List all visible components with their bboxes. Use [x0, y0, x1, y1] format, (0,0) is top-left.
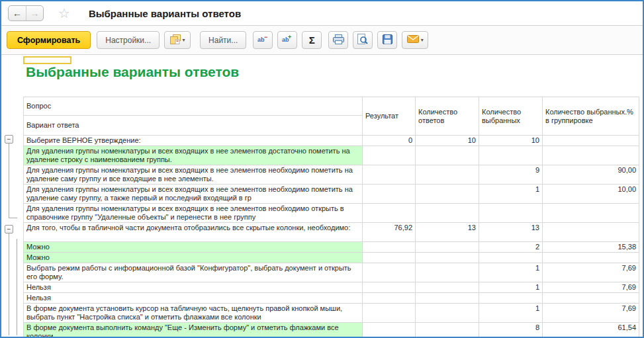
answer-text-cell[interactable]: Для удаления группы номенклатуры и всех … [24, 165, 363, 185]
group-selected-count-cell[interactable]: 13 [479, 223, 543, 242]
answer-pct-cell[interactable]: 7,69 [543, 304, 639, 323]
answer-text-cell[interactable]: В форме документа установить курсор на т… [24, 304, 363, 323]
settings-button[interactable]: Настройки... [97, 31, 160, 49]
answer-text-cell[interactable]: Нельзя [24, 282, 363, 293]
answer-pct-cell[interactable]: 90,00 [543, 165, 639, 185]
header-result[interactable]: Результат [363, 97, 416, 136]
answer-selected-count-cell[interactable]: 9 [479, 165, 543, 185]
answer-text-cell[interactable]: Нельзя [24, 293, 363, 304]
answer-result-cell[interactable] [363, 293, 416, 304]
answer-selected-count-cell[interactable] [479, 204, 543, 223]
answer-answers-count-cell[interactable] [416, 282, 479, 293]
back-button[interactable]: ← [9, 6, 26, 21]
answer-row: Выбрать режим работы с информационной ба… [24, 263, 639, 282]
answer-answers-count-cell[interactable] [416, 204, 479, 223]
answer-result-cell[interactable] [363, 204, 416, 223]
answer-result-cell[interactable] [363, 263, 416, 282]
answer-answers-count-cell[interactable] [416, 242, 479, 253]
answer-pct-cell[interactable]: 7,69 [543, 263, 639, 282]
answer-pct-cell[interactable]: 61,54 [543, 323, 639, 337]
report-variants-button[interactable]: ▾ [164, 31, 191, 49]
collapse-group-2-button[interactable]: − [5, 225, 13, 233]
answer-answers-count-cell[interactable] [416, 165, 479, 185]
answer-text-cell[interactable]: Для удаления группы номенклатуры и всех … [24, 146, 363, 165]
answer-selected-count-cell[interactable]: 1 [479, 304, 543, 323]
answer-answers-count-cell[interactable] [416, 253, 479, 263]
header-selected-count[interactable]: Количество выбранных [479, 97, 543, 136]
answer-selected-count-cell[interactable] [479, 293, 543, 304]
answer-selected-count-cell[interactable]: 2 [479, 242, 543, 253]
collapse-group-1-button[interactable]: − [5, 135, 13, 144]
chevron-down-icon: ▾ [183, 37, 185, 43]
answer-text-cell[interactable]: Для удаления группы номенклатуры и всех … [24, 204, 363, 223]
answer-selected-count-cell[interactable]: 8 [479, 323, 543, 337]
answer-selected-count-cell[interactable] [479, 253, 543, 263]
answer-selected-count-cell[interactable]: 1 [479, 263, 543, 282]
answer-text-cell[interactable]: Можно [24, 253, 363, 263]
send-email-button[interactable]: ▾ [402, 31, 428, 49]
group-result-cell[interactable]: 0 [363, 136, 416, 146]
print-button[interactable] [328, 31, 348, 49]
group-selected-count-cell[interactable]: 10 [479, 136, 543, 146]
answer-pct-cell[interactable]: 15,38 [543, 242, 639, 253]
answer-result-cell[interactable] [363, 185, 416, 204]
print-preview-button[interactable] [353, 31, 373, 49]
answer-answers-count-cell[interactable] [416, 263, 479, 282]
answer-pct-cell[interactable] [543, 204, 639, 223]
answer-answers-count-cell[interactable] [416, 146, 479, 165]
answer-answers-count-cell[interactable] [416, 304, 479, 323]
collapse-groups-button[interactable]: ab − [253, 31, 273, 49]
answer-answers-count-cell[interactable] [416, 185, 479, 204]
answer-result-cell[interactable] [363, 304, 416, 323]
answer-selected-count-cell[interactable]: 1 [479, 185, 543, 204]
header-answer-variant[interactable]: Вариант ответа [24, 116, 363, 136]
group-result-cell[interactable]: 76,92 [363, 223, 416, 242]
answer-text-cell[interactable]: Для удаления группы номенклатуры и всех … [24, 185, 363, 204]
answer-row: В форме документа установить курсор на т… [24, 304, 639, 323]
app-window: ← → ☆ Выбранные варианты ответов Сформир… [0, 0, 644, 338]
answer-pct-cell[interactable] [543, 293, 639, 304]
answer-pct-cell[interactable] [543, 146, 639, 165]
answer-row: Нельзя17,69 [24, 282, 639, 293]
answer-result-cell[interactable] [363, 242, 416, 253]
group-answers-count-cell[interactable]: 10 [416, 136, 479, 146]
active-cell-selection[interactable] [23, 56, 71, 64]
forward-button[interactable]: → [26, 6, 43, 21]
expand-groups-button[interactable]: ab + [277, 31, 297, 49]
header-selected-pct[interactable]: Количество выбранных.% в группировке [543, 97, 639, 136]
answer-pct-cell[interactable]: 10,00 [543, 185, 639, 204]
group-question-cell[interactable]: Для того, чтобы в табличной части докуме… [24, 223, 363, 242]
answer-text-cell[interactable]: В форме документа выполнить команду "Еще… [24, 323, 363, 337]
answer-row: Для удаления группы номенклатуры и всех … [24, 204, 639, 223]
answer-text-cell[interactable]: Можно [24, 242, 363, 253]
favorites-star-icon[interactable]: ☆ [58, 7, 70, 20]
group-pct-cell[interactable] [543, 223, 639, 242]
answer-row: Для удаления группы номенклатуры и всех … [24, 165, 639, 185]
save-button[interactable] [377, 31, 397, 49]
answer-pct-cell[interactable]: 7,69 [543, 282, 639, 293]
answer-result-cell[interactable] [363, 253, 416, 263]
window-title: Выбранные варианты ответов [89, 8, 241, 19]
find-button[interactable]: Найти... [200, 31, 246, 49]
group-question-cell[interactable]: Выберите ВЕРНОЕ утверждение: [24, 136, 363, 146]
answer-row: Для удаления группы номенклатуры и всех … [24, 146, 639, 165]
answer-row: Нельзя [24, 293, 639, 304]
answer-result-cell[interactable] [363, 282, 416, 293]
answer-answers-count-cell[interactable] [416, 293, 479, 304]
group-answers-count-cell[interactable]: 13 [416, 223, 479, 242]
header-question[interactable]: Вопрос [24, 97, 363, 116]
answer-result-cell[interactable] [363, 146, 416, 165]
group-pct-cell[interactable] [543, 136, 639, 146]
answer-pct-cell[interactable] [543, 253, 639, 263]
header-answers-count[interactable]: Количество ответов [416, 97, 479, 136]
svg-text:+: + [288, 34, 291, 40]
titlebar: ← → ☆ Выбранные варианты ответов [1, 1, 643, 26]
generate-button[interactable]: Сформировать [7, 31, 91, 49]
answer-selected-count-cell[interactable]: 1 [479, 282, 543, 293]
answer-result-cell[interactable] [363, 323, 416, 337]
answer-text-cell[interactable]: Выбрать режим работы с информационной ба… [24, 263, 363, 282]
answer-result-cell[interactable] [363, 165, 416, 185]
totals-button[interactable]: Σ [302, 31, 322, 49]
answer-answers-count-cell[interactable] [416, 323, 479, 337]
answer-selected-count-cell[interactable] [479, 146, 543, 165]
